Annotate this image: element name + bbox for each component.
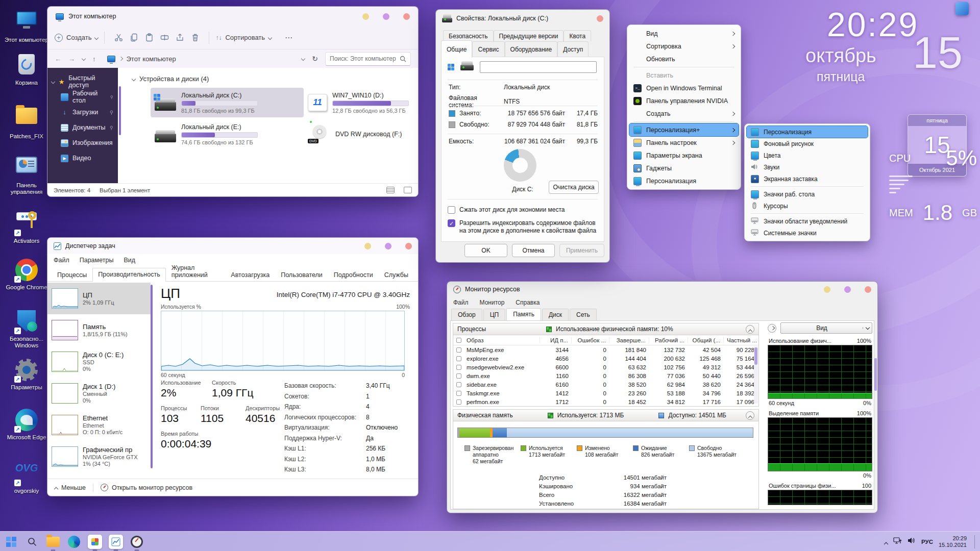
maximize-button[interactable] <box>383 13 389 20</box>
select-all-checkbox[interactable] <box>456 338 461 343</box>
volume-label-input[interactable] <box>480 61 597 73</box>
tab-previous-versions[interactable]: Предыдущие версии <box>494 30 564 41</box>
sidebar-item-videos[interactable]: ▶ Видео <box>47 151 118 166</box>
sort-button[interactable]: ↑↓ Сортировать <box>215 34 272 41</box>
drive-item-c[interactable]: Локальный диск (C:) 81,8 ГБ свободно из … <box>151 88 304 117</box>
up-icon[interactable]: ↑ <box>92 55 96 63</box>
history-chevron-icon[interactable] <box>82 57 86 61</box>
menu-file[interactable]: Файл <box>54 257 69 264</box>
maximize-button[interactable] <box>385 243 391 249</box>
submenu-item-cursors[interactable]: Курсоры <box>747 200 868 212</box>
copy-icon[interactable] <box>126 30 141 45</box>
collapse-button[interactable] <box>746 325 754 334</box>
list-view-icon[interactable] <box>386 187 395 193</box>
submenu-item-background[interactable]: Фоновый рисунок <box>747 138 868 149</box>
thumbnail-view-icon[interactable] <box>404 187 412 193</box>
process-row[interactable]: MsMpEng.exe31440181 840132 73242 50490 2… <box>453 345 758 354</box>
tab-disk[interactable]: Диск <box>542 309 569 320</box>
physical-memory-section-header[interactable]: Физическая память Используется: 1713 МБ … <box>453 409 759 421</box>
taskbar-store-icon[interactable] <box>88 535 102 549</box>
corner-gadget-icon[interactable] <box>955 2 969 15</box>
submenu-item-screensaver[interactable]: ✶Экранная заставка <box>747 173 868 185</box>
row-checkbox[interactable] <box>456 365 461 370</box>
menu-item-view[interactable]: Вид <box>629 27 739 40</box>
taskbar-task-manager-icon[interactable] <box>109 535 123 549</box>
taskbar-resource-monitor-icon[interactable] <box>130 535 144 549</box>
rename-icon[interactable] <box>157 30 172 45</box>
process-row[interactable]: explorer.exe46560144 404200 632125 46875… <box>453 354 758 363</box>
language-indicator[interactable]: РУС <box>921 539 933 545</box>
desktop-icon-edge[interactable]: ↗ Microsoft Edge <box>3 408 50 441</box>
menu-options[interactable]: Параметры <box>80 257 114 264</box>
drive-item-d[interactable]: 11 WIN7_WIN10 (D:) 12,8 ГБ свободно из 5… <box>304 88 419 117</box>
menu-help[interactable]: Справка <box>516 299 540 306</box>
close-button[interactable] <box>865 286 871 293</box>
desktop-icon-recycle-bin[interactable]: Корзина <box>3 53 50 86</box>
view-dropdown[interactable]: Вид <box>780 322 872 334</box>
address-dropdown-icon[interactable] <box>301 57 305 61</box>
menu-item-refresh[interactable]: Обновить <box>629 53 739 65</box>
taskbar-edge-icon[interactable] <box>67 535 81 549</box>
row-checkbox[interactable] <box>456 382 461 387</box>
sidebar-item-desktop[interactable]: Рабочий стол <box>47 89 118 105</box>
tab-sharing[interactable]: Доступ <box>557 41 589 57</box>
row-checkbox[interactable] <box>456 391 461 396</box>
process-row[interactable]: Taskmgr.exe1412023 26053 18834 79618 392 <box>453 389 758 397</box>
tray-overflow-chevron[interactable] <box>884 542 888 546</box>
tab-services[interactable]: Службы <box>379 268 414 281</box>
minimize-button[interactable] <box>362 13 369 20</box>
tab-general[interactable]: Общие <box>441 40 472 58</box>
sidebar-item-documents[interactable]: Документы <box>47 120 118 135</box>
menu-item-personalization-plus[interactable]: Персонализация+ <box>629 123 739 136</box>
submenu-item-notification-icons[interactable]: Значки области уведомлений <box>747 215 868 227</box>
cancel-button[interactable]: Отмена <box>512 244 555 257</box>
row-checkbox[interactable] <box>456 399 461 405</box>
paste-icon[interactable] <box>141 30 157 45</box>
share-icon[interactable] <box>172 30 187 45</box>
minimize-button[interactable] <box>824 286 830 293</box>
table-header-row[interactable]: Образ ИД п... Ошибок ... Заверше... Рабо… <box>453 335 758 345</box>
desktop-icon-settings[interactable]: ↗ Параметры <box>3 358 50 391</box>
collapse-button[interactable] <box>746 411 754 420</box>
tab-memory[interactable]: Память <box>506 308 541 321</box>
apply-button[interactable]: Применить <box>559 244 604 257</box>
cut-icon[interactable] <box>111 30 126 45</box>
tab-hardware[interactable]: Оборудование <box>505 41 558 57</box>
network-icon[interactable] <box>893 537 902 546</box>
tab-processes[interactable]: Процессы <box>52 268 92 281</box>
tab-users[interactable]: Пользователи <box>275 268 328 281</box>
delete-icon[interactable] <box>187 30 203 45</box>
tab-details[interactable]: Подробности <box>328 268 379 281</box>
sidebar-item-quick-access[interactable]: ★ Быстрый доступ <box>47 74 118 89</box>
menu-item-sort[interactable]: Сортировка <box>629 40 739 53</box>
row-checkbox[interactable] <box>456 373 461 379</box>
back-icon[interactable]: ← <box>55 55 61 63</box>
drive-item-f[interactable]: DVD DVD RW дисковод (F:) <box>304 119 419 149</box>
process-row[interactable]: sidebar.exe6160038 52062 98438 62024 364 <box>453 380 758 389</box>
compress-checkbox[interactable] <box>448 206 455 214</box>
tab-overview[interactable]: Обзор <box>451 309 482 320</box>
tray-clock[interactable]: 20:2915.10.2021 <box>939 535 967 548</box>
menu-item-display-settings[interactable]: Параметры экрана <box>629 149 739 162</box>
menu-view[interactable]: Вид <box>124 257 135 264</box>
desktop-icon-this-pc[interactable]: Этот компьютер <box>3 8 50 43</box>
perf-item-disk1[interactable]: Диск 1 (D:)Сменный0% <box>47 378 151 409</box>
close-button[interactable] <box>403 13 410 20</box>
explorer-title-bar[interactable]: Этот компьютер <box>47 7 418 26</box>
tab-security[interactable]: Безопасность <box>443 30 494 41</box>
desktop-icon-patches-fix[interactable]: Patches_FIX <box>3 104 50 140</box>
process-row[interactable]: dwm.exe1160086 30877 03650 44026 596 <box>453 371 758 380</box>
open-resource-monitor-link[interactable]: Открыть монитор ресурсов <box>101 484 192 491</box>
submenu-item-colors[interactable]: Цвета <box>747 149 868 161</box>
menu-item-gadgets[interactable]: Гаджеты <box>629 162 739 174</box>
index-checkbox[interactable]: ✓ <box>448 219 455 227</box>
perf-item-memory[interactable]: Память1,8/15,9 ГБ (11%) <box>47 314 151 346</box>
desktop-icon-ovgorskiy[interactable]: OVG↗ ovgorskiy <box>3 458 50 494</box>
disk-cleanup-button[interactable]: Очистка диска <box>549 181 599 194</box>
task-manager-title-bar[interactable]: Диспетчер задач <box>47 238 418 254</box>
process-row[interactable]: msedgewebview2.exe6600063 632102 75649 3… <box>453 363 758 371</box>
tab-cpu[interactable]: ЦП <box>483 309 506 320</box>
properties-title-bar[interactable]: Свойства: Локальный диск (C:) <box>436 10 609 27</box>
tab-performance[interactable]: Производительность <box>92 268 165 282</box>
section-header-devices[interactable]: Устройства и диски (4) <box>143 75 411 83</box>
